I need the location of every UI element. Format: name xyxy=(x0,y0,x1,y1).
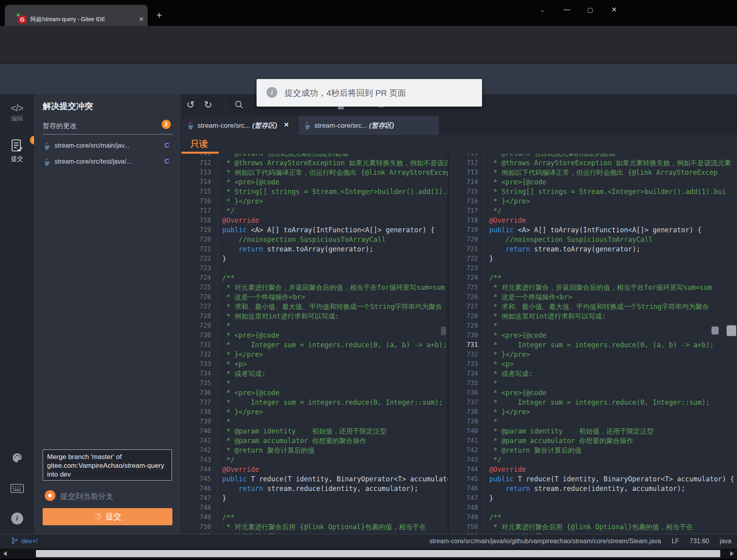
scrollbar-thumb[interactable] xyxy=(727,325,736,336)
info-icon[interactable]: i xyxy=(0,513,34,524)
code-line: 748 xyxy=(449,503,737,513)
file-row[interactable]: stream-core/src/test/java/...C xyxy=(34,154,182,170)
line-number: 746 xyxy=(182,484,217,493)
code-line: 728 * 例如这里对int进行求和可以写成: xyxy=(449,311,737,321)
scrollbar-thumb[interactable] xyxy=(711,327,719,334)
line-number: 718 xyxy=(449,216,484,225)
code-text: * 或者写成: xyxy=(217,369,266,378)
editor-area: ↺ ↻ ▐▌ ≣ stream-core/src... (暂存区)✕stream… xyxy=(182,94,737,534)
line-number: 744 xyxy=(449,465,484,474)
code-text: * @param identity 初始值，还用于限定泛型 xyxy=(484,426,654,436)
activity-edit[interactable]: </> 编辑 xyxy=(0,103,34,123)
window-close-icon[interactable]: ✕ xyxy=(611,6,617,14)
java-file-icon xyxy=(304,121,311,130)
file-row[interactable]: stream-core/src/main/jav...C xyxy=(34,138,182,154)
line-number: 722 xyxy=(182,254,217,263)
code-line: 736 * <pre>{@code xyxy=(449,388,737,398)
activity-commit[interactable]: 2 提交 xyxy=(0,139,34,163)
new-tab-button[interactable]: + xyxy=(156,10,162,21)
cursor-position[interactable]: 731:60 xyxy=(690,538,709,544)
line-number: 733 xyxy=(182,359,217,369)
line-number: 722 xyxy=(449,254,484,263)
browser-toolbar: ← → ↻ gitee.com/-/ide/conflict/VampireAc… xyxy=(0,26,737,45)
staged-count-badge: 2 xyxy=(162,120,171,129)
scroll-right-arrow[interactable] xyxy=(730,551,734,556)
line-number: 739 xyxy=(449,417,484,426)
code-text: * Integer sum = integers.reduce(0, (a, b… xyxy=(217,340,447,350)
code-text: return stream.reduce(identity, accumulat… xyxy=(217,484,418,493)
tab-close-icon[interactable]: ✕ xyxy=(284,121,289,129)
eol-indicator[interactable]: LF xyxy=(672,538,679,544)
line-number: 730 xyxy=(182,330,217,340)
line-number: 716 xyxy=(449,196,484,206)
code-line: 750 * 对元素进行聚合后用 {@link Optional}包裹的值，相当于… xyxy=(182,522,448,532)
code-line: 711 * @return 包含此流元素的指定的数组 xyxy=(449,154,737,158)
code-text: public T reduce(T identity, BinaryOperat… xyxy=(484,474,734,484)
scrollbar-thumb[interactable] xyxy=(36,550,720,557)
language-mode[interactable]: java xyxy=(720,538,731,544)
code-line: 724/** xyxy=(182,273,448,283)
line-number: 745 xyxy=(449,474,484,484)
code-line: 722} xyxy=(449,254,737,263)
code-line: 730 * <pre>{@code xyxy=(449,330,737,340)
file-path[interactable]: stream-core/src/main/java/io/github/vamp… xyxy=(429,538,661,544)
staged-changes-label[interactable]: 暂存的更改 xyxy=(43,121,77,131)
branch-indicator[interactable]: dev+! xyxy=(11,537,38,545)
line-number: 732 xyxy=(182,350,217,359)
code-text: * 例如以下代码编译正常，但运行时会抛出 {@link ArrayStoreEx… xyxy=(484,168,717,177)
file-name: stream-core/src/main/jav... xyxy=(55,142,129,149)
code-text: * String[] strings = Stream.<Integer>bui… xyxy=(217,187,448,196)
commit-message-input[interactable]: Merge branch 'master' of gitee.com:Vampi… xyxy=(43,449,172,481)
editor-tab[interactable]: stream-core/src... (暂存区) xyxy=(298,116,439,135)
spinner-icon xyxy=(94,513,102,520)
scroll-left-arrow[interactable] xyxy=(3,551,7,556)
code-text: * 这是一个终端操作<br> xyxy=(484,292,572,302)
line-number: 725 xyxy=(449,283,484,292)
code-text: * @throws ArrayStoreException 如果元素转换失败，例… xyxy=(217,158,448,168)
code-text: /** xyxy=(217,273,235,283)
line-number: 713 xyxy=(182,168,217,177)
code-text: //noinspection SuspiciousToArrayCall xyxy=(217,235,385,244)
editor-tabstrip: stream-core/src... (暂存区)✕stream-core/src… xyxy=(182,116,737,135)
undo-icon[interactable]: ↺ xyxy=(186,99,195,111)
line-number: 711 xyxy=(182,154,217,158)
info-icon: i xyxy=(267,87,277,98)
line-number: 743 xyxy=(182,455,217,465)
line-number: 728 xyxy=(182,311,217,321)
redo-icon[interactable]: ↻ xyxy=(204,99,212,111)
editor-tab[interactable]: stream-core/src... (暂存区)✕ xyxy=(182,116,298,135)
code-text: return stream.reduce(identity, accumulat… xyxy=(484,484,685,493)
tab-close-icon[interactable]: ✕ xyxy=(139,16,144,23)
conflict-status-badge: C xyxy=(164,142,169,150)
code-text: public <A> A[] toArray(IntFunction<A[]> … xyxy=(484,225,701,235)
code-text: } xyxy=(217,493,226,503)
line-number: 735 xyxy=(449,378,484,388)
code-text xyxy=(217,263,222,273)
theme-palette-icon[interactable] xyxy=(0,452,34,464)
tab-search-chevron-icon[interactable]: ⌄ xyxy=(539,6,545,14)
commit-branch-radio[interactable] xyxy=(45,490,55,501)
keyboard-icon[interactable] xyxy=(0,484,34,493)
window-maximize-icon[interactable]: ▢ xyxy=(587,6,593,14)
scrollbar-thumb[interactable] xyxy=(441,327,446,335)
line-number: 736 xyxy=(449,388,484,398)
code-text: * <pre>{@code xyxy=(484,177,546,187)
code-text: @Override xyxy=(484,216,526,225)
search-icon[interactable] xyxy=(234,100,244,110)
code-text: */ xyxy=(484,206,502,216)
code-line: 746 return stream.reduce(identity, accum… xyxy=(449,484,737,493)
window-minimize-icon[interactable]: — xyxy=(563,6,570,14)
code-viewport: 711 * @return 包含此流元素的指定的数组712 * @throws … xyxy=(182,154,737,534)
line-number: 746 xyxy=(449,484,484,493)
commit-branch-radio-label: 提交到当前分支 xyxy=(60,491,113,502)
code-text: * <pre>{@code xyxy=(217,388,279,398)
code-text: //noinspection SuspiciousToArrayCall xyxy=(484,235,652,244)
code-text: * @throws ArrayStoreException 如果元素转换失败，例… xyxy=(484,158,731,168)
code-pane-left[interactable]: 711 * @return 包含此流元素的指定的数组712 * @throws … xyxy=(182,154,448,534)
browser-tab[interactable]: G 阿超/stream-query - Gitee IDE ✕ xyxy=(5,5,148,26)
commit-submit-button[interactable]: 提交 xyxy=(43,508,172,525)
code-text: * <pre>{@code xyxy=(484,388,546,398)
horizontal-scrollbar[interactable] xyxy=(0,548,737,559)
code-pane-right[interactable]: 711 * @return 包含此流元素的指定的数组712 * @throws … xyxy=(448,154,737,534)
readonly-tab[interactable]: 只读 xyxy=(190,138,208,150)
